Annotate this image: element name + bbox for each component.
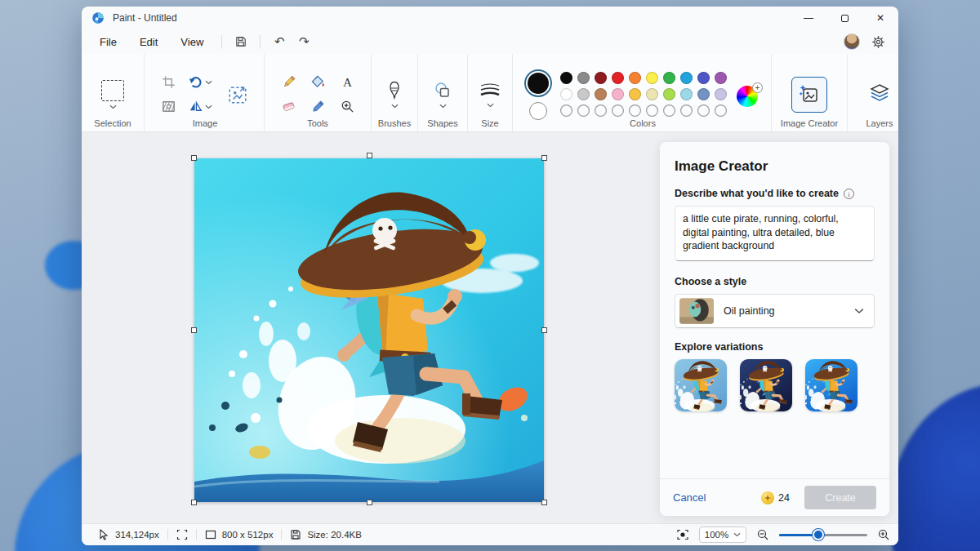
palette-row-1 (560, 72, 727, 84)
crop-button[interactable] (156, 71, 180, 94)
image-creator-panel: Image Creator Describe what you'd like t… (660, 142, 889, 516)
rotate-button[interactable] (184, 71, 216, 94)
zoom-level-dropdown[interactable]: 100% (699, 527, 746, 543)
custom-color-slot[interactable] (715, 104, 727, 117)
size-button[interactable] (479, 82, 501, 108)
prompt-input[interactable]: a little cute pirate, running, colorful,… (675, 206, 875, 261)
grid-view-icon[interactable] (676, 528, 689, 541)
save-button[interactable] (229, 32, 253, 51)
undo-button[interactable]: ↶ (267, 32, 292, 51)
zoom-in-icon[interactable] (877, 528, 890, 541)
line-size-icon (479, 82, 501, 100)
color-swatch[interactable] (595, 88, 607, 100)
settings-gear-icon[interactable] (871, 35, 885, 49)
custom-color-slot[interactable] (697, 104, 710, 117)
color-swatch[interactable] (646, 72, 658, 84)
custom-color-slot[interactable] (646, 104, 658, 117)
color-swatch[interactable] (715, 88, 727, 100)
create-button[interactable]: Create (804, 486, 876, 509)
variation-thumbnail[interactable] (675, 359, 727, 411)
variation-thumbnail[interactable] (805, 359, 858, 411)
menu-file[interactable]: File (88, 33, 128, 51)
image-creator-button[interactable] (791, 77, 827, 113)
resize-handle-top-left[interactable] (191, 155, 197, 161)
selection-tool-button[interactable] (101, 80, 124, 109)
credits-count: 24 (778, 492, 790, 504)
chevron-down-icon (733, 532, 741, 537)
style-dropdown[interactable]: Oil painting (675, 294, 875, 328)
fill-color-button[interactable] (305, 71, 330, 94)
selection-size (168, 529, 196, 540)
zoom-out-icon[interactable] (756, 528, 769, 541)
color-swatch[interactable] (560, 72, 572, 84)
coin-icon (761, 491, 774, 504)
color-swatch[interactable] (715, 72, 727, 84)
paint-window: Paint - Untitled — ✕ File Edit View ↶ ↷ (82, 7, 898, 545)
info-icon[interactable]: i (844, 189, 854, 199)
zoom-slider-thumb[interactable] (813, 529, 824, 540)
custom-color-slot[interactable] (595, 104, 607, 117)
chevron-down-icon[interactable] (109, 104, 117, 109)
resize-handle-bottom-right[interactable] (541, 500, 547, 505)
edit-colors-button[interactable]: + (737, 82, 761, 107)
resize-handle-bottom-left[interactable] (191, 500, 197, 505)
zoom-slider[interactable] (779, 529, 867, 540)
color-swatch[interactable] (680, 72, 693, 84)
variation-thumbnail[interactable] (740, 359, 792, 411)
foreground-color-swatch[interactable] (528, 73, 549, 94)
resize-handle-top-right[interactable] (541, 155, 547, 161)
custom-color-slot[interactable] (560, 104, 572, 117)
minimize-button[interactable]: — (791, 7, 826, 29)
color-swatch[interactable] (680, 88, 693, 100)
color-swatch[interactable] (560, 88, 572, 100)
background-color-swatch[interactable] (529, 102, 547, 120)
close-button[interactable]: ✕ (862, 7, 898, 29)
remove-background-button[interactable] (156, 96, 180, 118)
custom-color-slot[interactable] (629, 104, 641, 117)
menu-edit[interactable]: Edit (128, 33, 169, 51)
color-swatch[interactable] (646, 88, 658, 100)
chevron-down-icon[interactable] (439, 104, 447, 109)
custom-color-slot[interactable] (680, 104, 693, 117)
color-swatch[interactable] (697, 72, 710, 84)
layers-button[interactable] (869, 82, 890, 107)
shapes-button[interactable] (433, 81, 452, 109)
pencil-button[interactable] (276, 71, 301, 94)
resize-handle-middle-right[interactable] (541, 327, 547, 333)
color-swatch[interactable] (577, 88, 590, 100)
eyedropper-icon (310, 99, 326, 114)
resize-handle-middle-left[interactable] (191, 327, 197, 333)
file-size-value: Size: 20.4KB (307, 530, 361, 540)
brushes-button[interactable] (386, 81, 403, 109)
color-swatch[interactable] (629, 72, 641, 84)
resize-image-button[interactable] (221, 78, 254, 111)
resize-handle-bottom-middle[interactable] (367, 500, 372, 505)
style-selected-value: Oil painting (724, 305, 844, 317)
maximize-button[interactable] (826, 7, 862, 29)
color-swatch[interactable] (629, 88, 641, 100)
eraser-button[interactable] (276, 96, 301, 118)
text-tool-button[interactable]: A (335, 71, 359, 94)
flip-button[interactable] (184, 96, 216, 118)
color-swatch[interactable] (663, 72, 675, 84)
chevron-down-icon[interactable] (391, 104, 399, 109)
resize-handle-top-middle[interactable] (367, 153, 372, 158)
magnifier-button[interactable] (335, 96, 359, 118)
custom-color-slot[interactable] (612, 104, 624, 117)
color-swatch[interactable] (595, 72, 607, 84)
color-picker-button[interactable] (305, 96, 330, 118)
custom-color-slot[interactable] (663, 104, 675, 117)
color-swatch[interactable] (663, 88, 675, 100)
canvas[interactable] (194, 158, 544, 502)
color-swatch[interactable] (612, 88, 624, 100)
menu-view[interactable]: View (169, 33, 215, 51)
account-avatar[interactable] (844, 33, 860, 50)
menubar: File Edit View ↶ ↷ (82, 29, 898, 54)
custom-color-slot[interactable] (577, 104, 590, 117)
color-swatch[interactable] (612, 72, 624, 84)
chevron-down-icon[interactable] (487, 103, 494, 108)
redo-button[interactable]: ↷ (292, 32, 316, 51)
color-swatch[interactable] (577, 72, 590, 84)
cancel-button[interactable]: Cancel (673, 491, 706, 504)
color-swatch[interactable] (697, 88, 710, 100)
